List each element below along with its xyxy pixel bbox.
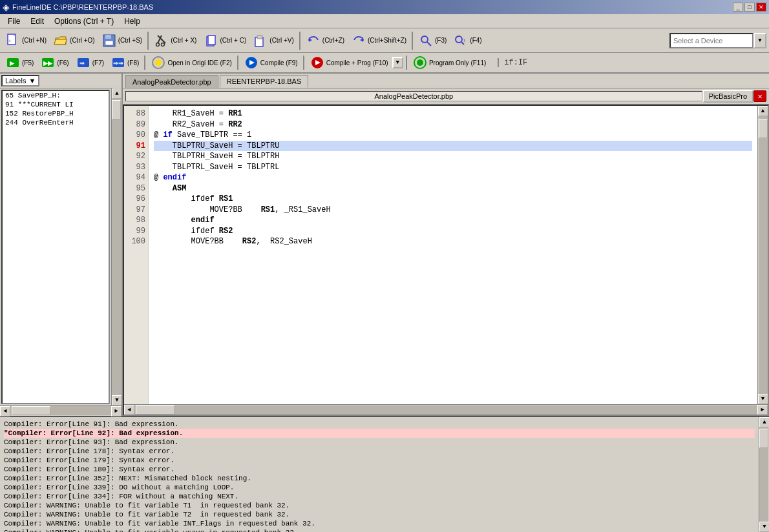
labels-scroll-thumb[interactable] [112,100,121,119]
output-panel: Compiler: Error[Line 91]: Bad expression… [0,416,769,532]
main-area: Labels ▼ 65 SavePBP_H: 91 ***CURRENT LI … [0,74,769,416]
code-line-96: ifdef RS1 [154,194,752,205]
f6-button[interactable]: ▶▶ (F6) [37,53,71,72]
menu-edit[interactable]: Edit [25,15,49,27]
svg-text:⇒: ⇒ [79,60,85,66]
save-button[interactable]: (Ctrl +S) [99,31,145,50]
labels-scroll-down[interactable]: ▼ [112,395,121,405]
code-line-88: RR1_SaveH = RR1 [154,108,752,119]
editor-hscroll-thumb[interactable] [136,405,174,414]
label-item[interactable]: 91 ***CURRENT LI [3,100,109,109]
labels-header: Labels ▼ [0,74,121,88]
line-num: 97 [127,205,145,216]
find-button[interactable]: (F3) [416,31,449,50]
f5-label: (F5) [22,59,34,66]
line-num: 98 [127,215,145,226]
output-line: Compiler: WARNING: Unable to fit variabl… [4,510,755,519]
open-origi-button[interactable]: Open in Origi IDE (F2) [148,53,234,72]
compile-button[interactable]: Compile (F9) [241,53,300,72]
editor-scroll-left[interactable]: ◄ [124,405,134,415]
device-dropdown-button[interactable]: ▼ [753,33,766,48]
redo-button[interactable]: (Ctrl+Shift+Z) [348,31,409,50]
output-scroll-track[interactable] [759,427,768,522]
svg-text:›: › [463,37,465,44]
svg-rect-11 [208,36,215,45]
labels-scroll-left[interactable]: ◄ [0,406,10,416]
app-icon: ◈ [3,2,10,12]
menu-file[interactable]: File [3,15,25,27]
line-num: 99 [127,226,145,237]
compile-icon [244,55,259,70]
output-scroll-up[interactable]: ▲ [759,417,769,427]
open-button[interactable]: (Ctrl +O) [50,31,98,50]
editor-scroll-up[interactable]: ▲ [758,106,768,116]
code-line-97: MOVE?BB RS1, _RS1_SaveH [154,205,752,216]
code-lines[interactable]: RR1_SaveH = RR1 RR2_SaveH = RR2 @ if Sav… [149,106,757,404]
labels-dropdown[interactable]: Labels ▼ [1,75,39,87]
new-icon: + [5,33,21,48]
device-input[interactable] [669,33,753,48]
editor-scroll-right[interactable]: ► [757,405,768,415]
find-next-button[interactable]: › (F4) [450,31,484,50]
f8-icon: ⇒⇒ [111,55,126,70]
output-line: Compiler: Error[Line 91]: Bad expression… [4,420,755,429]
f5-icon: ▶ [5,55,21,70]
compile-prog-button[interactable]: Compile + Prog (F10) [307,53,391,72]
code-container[interactable]: 88 89 90 91 92 93 94 95 96 97 98 99 100 [123,105,769,416]
editor-scroll-down[interactable]: ▼ [758,394,768,404]
label-item[interactable]: 65 SavePBP_H: [3,91,109,100]
close-window-button[interactable]: ✕ [756,3,766,12]
output-line: Compiler: WARNING: Unable to fit variabl… [4,501,755,510]
output-text[interactable]: Compiler: Error[Line 91]: Bad expression… [0,417,759,532]
paste-button[interactable]: (Ctrl +V) [250,31,297,50]
menubar: File Edit Options (Ctrl + T) Help [0,14,769,28]
toolbar-compile: ▶ (F5) ▶▶ (F6) ⇒ (F7) ⇒⇒ (F8) Open in Or… [0,53,769,74]
sep1 [147,32,149,50]
file-name-display: AnalogPeakDetector.pbp [125,91,702,101]
label-item[interactable]: 244 OverReEnterH [3,118,109,127]
cut-icon [154,33,169,48]
svg-text:⇒⇒: ⇒⇒ [113,60,123,66]
compiler-button[interactable]: PicBasicPro [702,90,753,103]
close-file-button[interactable]: ✕ [753,90,766,102]
editor-scroll-thumb[interactable] [759,119,768,138]
labels-vscroll: ▲ ▼ [111,88,121,405]
editor-scroll-track[interactable] [759,116,768,394]
svg-text:▶: ▶ [10,60,15,66]
copy-button[interactable]: (Ctrl + C) [200,31,249,50]
labels-hscroll-thumb[interactable] [12,406,50,415]
svg-point-16 [421,36,428,43]
output-scroll-thumb[interactable] [759,429,768,448]
minimize-button[interactable]: _ [733,3,743,12]
f5-button[interactable]: ▶ (F5) [3,53,36,72]
cut-label: (Ctrl + X) [171,37,196,44]
menu-help[interactable]: Help [119,15,145,27]
code-line-94: @ endif [154,172,752,183]
program-only-button[interactable]: Program Only (F11) [410,53,489,72]
f7-button[interactable]: ⇒ (F7) [73,53,107,72]
maximize-button[interactable]: □ [744,3,755,12]
cut-button[interactable]: (Ctrl + X) [151,31,199,50]
f8-button[interactable]: ⇒⇒ (F8) [108,53,142,72]
menu-options[interactable]: Options (Ctrl + T) [49,15,119,27]
line-num: 91 [127,141,145,152]
undo-button[interactable]: (Ctrl+Z) [303,31,347,50]
compile-prog-dropdown[interactable]: ▼ [392,57,403,68]
labels-hscroll-track[interactable] [10,406,111,415]
tab-reenter[interactable]: REENTERPBP-18.BAS [220,75,309,88]
line-num: 93 [127,162,145,173]
program-only-icon [412,55,428,70]
output-scroll-down[interactable]: ▼ [759,522,769,532]
copy-icon [203,33,218,48]
f7-icon: ⇒ [76,55,91,70]
undo-label: (Ctrl+Z) [322,37,344,44]
editor-hscroll-track[interactable] [134,405,757,414]
labels-scroll-track[interactable] [112,99,121,395]
output-line: Compiler: Error[Line 178]: Syntax error. [4,447,755,456]
labels-scroll-right[interactable]: ► [111,406,121,416]
labels-scroll-up[interactable]: ▲ [112,88,121,99]
new-button[interactable]: + (Ctrl +N) [3,31,49,50]
output-line: Compiler: Error[Line 179]: Syntax error. [4,456,755,465]
label-item[interactable]: 152 RestorePBP_H [3,109,109,118]
tab-analog[interactable]: AnalogPeakDetector.pbp [125,75,218,88]
